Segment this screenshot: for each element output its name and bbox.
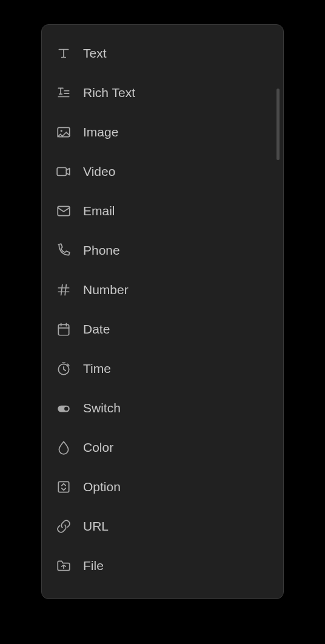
menu-item-email[interactable]: Email [42, 191, 283, 230]
svg-rect-2 [57, 167, 66, 175]
rich-text-icon [55, 84, 72, 101]
menu-item-number[interactable]: Number [42, 270, 283, 309]
menu-item-url[interactable]: URL [42, 506, 283, 546]
menu-item-image[interactable]: Image [42, 112, 283, 152]
option-icon [55, 478, 72, 495]
menu-item-label: Email [83, 204, 115, 218]
url-icon [55, 518, 72, 535]
svg-point-7 [64, 406, 69, 411]
menu-item-option[interactable]: Option [42, 467, 283, 506]
menu-item-file[interactable]: File [42, 546, 283, 585]
video-icon [55, 163, 72, 180]
svg-point-1 [61, 130, 62, 132]
menu-item-rich-text[interactable]: Rich Text [42, 73, 283, 112]
file-icon [55, 557, 72, 574]
svg-rect-4 [58, 324, 69, 335]
menu-item-label: File [83, 558, 104, 573]
menu-item-label: Date [83, 322, 110, 337]
menu-item-label: Time [83, 361, 111, 376]
menu-item-label: Switch [83, 401, 121, 415]
menu-list: Text Rich Text Image Video Email [42, 25, 283, 594]
switch-icon [55, 400, 72, 417]
menu-item-label: Video [83, 164, 115, 179]
color-icon [55, 439, 72, 456]
email-icon [55, 203, 72, 220]
menu-item-label: Color [83, 440, 113, 455]
menu-item-label: Text [83, 46, 107, 61]
menu-item-label: Phone [83, 243, 120, 258]
menu-item-date[interactable]: Date [42, 309, 283, 349]
menu-item-phone[interactable]: Phone [42, 230, 283, 270]
text-icon [55, 45, 72, 62]
image-icon [55, 124, 72, 141]
menu-item-switch[interactable]: Switch [42, 388, 283, 428]
time-icon [55, 360, 72, 377]
menu-item-color[interactable]: Color [42, 428, 283, 467]
menu-item-label: Option [83, 480, 121, 494]
phone-icon [55, 242, 72, 259]
menu-item-video[interactable]: Video [42, 152, 283, 191]
field-type-dropdown: Text Rich Text Image Video Email [41, 24, 284, 599]
menu-item-label: Image [83, 125, 118, 139]
scrollbar-thumb[interactable] [276, 89, 280, 160]
svg-rect-3 [58, 206, 70, 215]
menu-item-label: Rich Text [83, 86, 135, 100]
menu-item-label: URL [83, 519, 109, 534]
menu-item-time[interactable]: Time [42, 349, 283, 388]
date-icon [55, 321, 72, 338]
number-icon [55, 281, 72, 298]
menu-item-text[interactable]: Text [42, 33, 283, 73]
menu-item-label: Number [83, 283, 129, 297]
